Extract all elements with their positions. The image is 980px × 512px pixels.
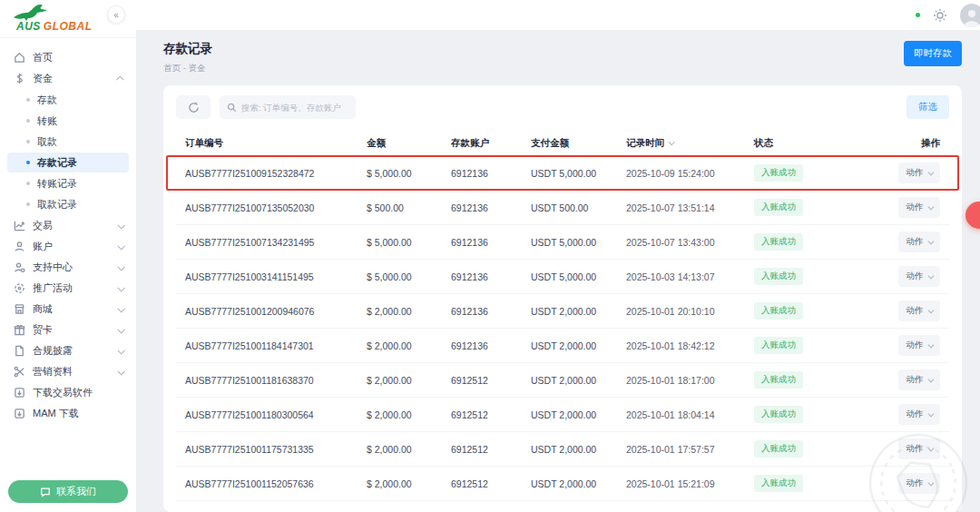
row-action-button[interactable]: 动作 (898, 404, 941, 425)
cell-action: 动作 (886, 473, 940, 494)
sidebar-item-label: 转账记录 (37, 177, 77, 191)
sidebar-item-label: 取款 (37, 135, 57, 149)
sidebar-item-trading[interactable]: 交易 (7, 215, 129, 236)
sidebar-item-mam-download[interactable]: MAM 下载 (7, 403, 129, 424)
download-icon (14, 387, 25, 399)
chevron-down-icon (117, 347, 124, 354)
cell-status: 入账成功 (754, 440, 886, 458)
sidebar-item-support-center[interactable]: 支持中心 (7, 257, 129, 278)
search-icon (227, 103, 237, 113)
theme-toggle-button[interactable] (933, 8, 947, 23)
kangaroo-logo-icon (13, 2, 53, 22)
cell-deposit-account: 6912136 (451, 237, 531, 248)
chevron-down-icon (117, 284, 124, 291)
cell-order-number: AUSB7777I251001175731335 (185, 444, 367, 455)
cell-deposit-account: 6912136 (451, 271, 531, 282)
gift-icon (14, 324, 25, 336)
cell-action: 动作 (886, 300, 940, 321)
row-action-button[interactable]: 动作 (898, 335, 941, 356)
sidebar-item-label: 贸卡 (33, 323, 111, 337)
status-badge: 入账成功 (754, 440, 803, 458)
row-action-button[interactable]: 动作 (898, 197, 941, 218)
cell-amount: $ 2,000.00 (367, 340, 451, 351)
sidebar-item-account[interactable]: 账户 (7, 236, 129, 257)
sidebar-item-transfer-records[interactable]: 转账记录 (7, 173, 129, 193)
status-badge: 入账成功 (754, 337, 803, 354)
row-action-button[interactable]: 动作 (898, 266, 941, 287)
sidebar-item-download-software[interactable]: 下载交易软件 (7, 382, 129, 403)
sidebar-item-label: 下载交易软件 (33, 386, 123, 399)
cell-deposit-account: 6912136 (451, 202, 531, 213)
chevron-down-icon (117, 305, 124, 312)
cell-pay-amount: USDT 5,000.00 (531, 237, 626, 248)
status-badge: 入账成功 (754, 475, 803, 492)
chevron-down-icon (117, 368, 124, 375)
row-action-button[interactable]: 动作 (898, 369, 941, 390)
cell-action: 动作 (886, 231, 940, 252)
instant-deposit-button[interactable]: 即时存款 (904, 41, 962, 66)
row-action-button[interactable]: 动作 (898, 162, 941, 183)
table-row: AUSB7777I251001200946076 $ 2,000.00 6912… (176, 294, 949, 329)
sidebar-collapse-button[interactable]: « (107, 5, 125, 24)
contact-us-button[interactable]: 联系我们 (8, 480, 128, 503)
sidebar-item-label: 交易 (33, 219, 111, 232)
cell-pay-amount: USDT 2,000.00 (531, 444, 626, 455)
cell-deposit-account: 6912136 (451, 340, 531, 351)
sidebar-item-home[interactable]: 首页 (7, 47, 129, 68)
sidebar-item-deposit[interactable]: 存款 (7, 90, 129, 110)
cell-action: 动作 (886, 438, 940, 459)
table-header-row: 订单编号 金额 存款账户 支付金额 记录时间 状态 操作 (176, 131, 949, 156)
cell-record-time: 2025-10-01 18:04:14 (626, 409, 754, 420)
cell-status: 入账成功 (754, 268, 886, 285)
search-input[interactable] (241, 103, 348, 113)
sidebar-item-cards[interactable]: 贸卡 (7, 320, 129, 340)
chevron-down-icon (117, 242, 124, 250)
sidebar-item-promotions[interactable]: 推广活动 (7, 278, 129, 299)
sidebar-item-withdraw-records[interactable]: 取款记录 (7, 194, 129, 214)
chevron-down-icon (117, 326, 124, 333)
cell-pay-amount: USDT 500.00 (531, 202, 626, 213)
table-row: AUSB7777I251003141151495 $ 5,000.00 6912… (176, 260, 949, 294)
cell-action: 动作 (886, 266, 940, 287)
row-action-button[interactable]: 动作 (898, 300, 941, 321)
cell-amount: $ 2,000.00 (367, 375, 451, 386)
sidebar-item-marketing[interactable]: 营销资料 (7, 361, 129, 382)
row-action-button[interactable]: 动作 (898, 438, 941, 459)
bullet-icon (26, 119, 30, 123)
refresh-button[interactable] (176, 95, 211, 119)
filter-button[interactable]: 筛选 (906, 95, 949, 119)
status-badge: 入账成功 (754, 233, 803, 251)
sidebar: AUSGLOBAL « 首页 资金 存款 转账 取款 存款记录 转账记录 (0, 0, 136, 512)
bullet-icon (26, 161, 30, 164)
sidebar-item-deposit-records[interactable]: 存款记录 (7, 153, 129, 172)
status-badge: 入账成功 (754, 406, 803, 423)
row-action-button[interactable]: 动作 (898, 231, 941, 252)
sidebar-item-label: 营销资料 (33, 365, 111, 379)
table-row: AUSB7777I251001184147301 $ 2,000.00 6912… (176, 329, 949, 363)
row-action-button[interactable]: 动作 (898, 473, 941, 494)
cell-amount: $ 5,000.00 (367, 237, 451, 248)
column-header-time-sort[interactable]: 记录时间 (626, 137, 754, 150)
chevron-down-icon (927, 342, 933, 348)
sidebar-item-label: 首页 (33, 51, 123, 64)
cell-order-number: AUSB7777I251007135052030 (185, 202, 367, 213)
sidebar-item-compliance[interactable]: 合规披露 (7, 340, 129, 361)
sidebar-item-mall[interactable]: 商城 (7, 299, 129, 320)
cell-pay-amount: USDT 5,000.00 (531, 168, 626, 179)
user-avatar[interactable] (960, 4, 980, 27)
marketing-icon (14, 366, 25, 378)
brand-logo: AUSGLOBAL « (0, 0, 136, 38)
refresh-icon (188, 102, 200, 113)
cell-order-number: AUSB7777I251001180300564 (185, 409, 367, 420)
table-row: AUSB7777I251001181638370 $ 2,000.00 6912… (176, 363, 949, 398)
sidebar-item-transfer[interactable]: 转账 (7, 111, 129, 131)
sidebar-item-withdraw[interactable]: 取款 (7, 132, 129, 152)
chevron-down-icon (927, 204, 933, 210)
cell-deposit-account: 6912136 (451, 306, 531, 317)
sidebar-item-label: 资金 (33, 72, 111, 85)
cell-record-time: 2025-10-07 13:51:14 (626, 202, 754, 213)
sidebar-item-funds[interactable]: 资金 (7, 68, 129, 89)
column-header-time: 记录时间 (626, 137, 664, 150)
action-label: 动作 (906, 236, 924, 248)
cell-order-number: AUSB7777I251001200946076 (185, 306, 367, 317)
